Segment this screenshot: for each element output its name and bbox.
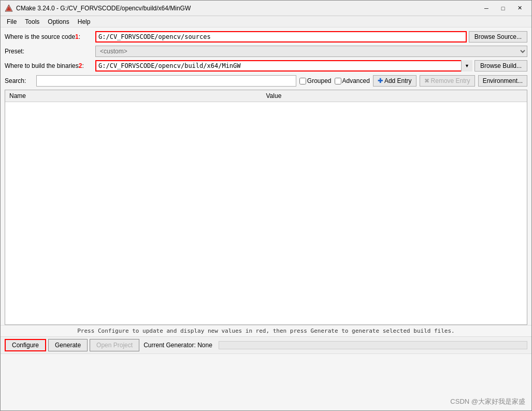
- entries-table: Name Value: [5, 90, 527, 325]
- build-input-wrapper: ▼: [95, 60, 472, 72]
- open-project-button[interactable]: Open Project: [90, 339, 139, 351]
- configure-button[interactable]: Configure: [5, 339, 46, 351]
- advanced-checkbox[interactable]: [335, 78, 341, 84]
- preset-select[interactable]: <custom>: [95, 46, 527, 57]
- app-icon: [5, 4, 13, 12]
- add-entry-icon: ✚: [378, 77, 383, 84]
- remove-entry-label: Remove Entry: [431, 77, 470, 84]
- title-bar-left: CMake 3.24.0 - G:/CV_FORVSCODE/opencv/bu…: [5, 4, 191, 12]
- browse-source-button[interactable]: Browse Source...: [469, 31, 527, 42]
- table-body: [5, 102, 527, 299]
- menu-tools[interactable]: Tools: [21, 17, 44, 26]
- source-input[interactable]: [95, 31, 467, 42]
- menu-bar: File Tools Options Help: [1, 16, 531, 27]
- app-window: CMake 3.24.0 - G:/CV_FORVSCODE/opencv/bu…: [0, 0, 532, 411]
- watermark: CSDN @大家好我是家盛: [450, 397, 525, 406]
- add-entry-label: Add Entry: [384, 77, 412, 84]
- source-row: Where is the source code1: Browse Source…: [5, 31, 527, 43]
- search-label: Search:: [5, 77, 33, 84]
- search-row: Search: Grouped Advanced ✚ Add Entry ✖ R…: [5, 74, 527, 88]
- close-button[interactable]: ✕: [512, 3, 527, 13]
- preset-row: Preset: <custom>: [5, 45, 527, 58]
- menu-file[interactable]: File: [3, 17, 21, 26]
- title-bar: CMake 3.24.0 - G:/CV_FORVSCODE/opencv/bu…: [1, 1, 531, 16]
- grouped-checkbox[interactable]: [299, 78, 306, 84]
- status-message: Press Configure to update and display ne…: [77, 328, 454, 334]
- status-bar: Press Configure to update and display ne…: [1, 325, 531, 336]
- content-area: Where is the source code1: Browse Source…: [1, 27, 531, 325]
- generator-text: Current Generator: None: [143, 342, 212, 349]
- grouped-checkbox-label[interactable]: Grouped: [299, 77, 332, 84]
- bottom-toolbar: Configure Generate Open Project Current …: [1, 336, 531, 353]
- browse-build-button[interactable]: Browse Build...: [475, 60, 527, 72]
- menu-help[interactable]: Help: [74, 17, 95, 26]
- build-input[interactable]: [95, 60, 472, 72]
- maximize-button[interactable]: □: [495, 3, 511, 13]
- menu-options[interactable]: Options: [44, 17, 73, 26]
- build-row: Where to build the binaries2: ▼ Browse B…: [5, 60, 527, 72]
- add-entry-button[interactable]: ✚ Add Entry: [373, 75, 416, 87]
- grouped-label: Grouped: [307, 77, 332, 84]
- value-column-header: Value: [266, 92, 523, 100]
- step2-marker: 2: [79, 62, 82, 69]
- progress-area: [219, 341, 527, 349]
- name-column-header: Name: [9, 92, 266, 100]
- table-header: Name Value: [5, 90, 527, 102]
- source-label: Where is the source code1:: [5, 33, 95, 40]
- preset-label: Preset:: [5, 48, 95, 55]
- remove-entry-icon: ✖: [424, 77, 429, 84]
- build-label: Where to build the binaries2:: [5, 62, 95, 69]
- generate-button[interactable]: Generate: [48, 339, 88, 351]
- progress-bar: [219, 341, 527, 349]
- title-bar-controls: ─ □ ✕: [479, 3, 527, 13]
- environment-button[interactable]: Environment...: [478, 75, 527, 87]
- title-text: CMake 3.24.0 - G:/CV_FORVSCODE/opencv/bu…: [16, 5, 191, 12]
- remove-entry-button[interactable]: ✖ Remove Entry: [420, 75, 475, 87]
- step1-marker: 1: [75, 33, 79, 40]
- minimize-button[interactable]: ─: [479, 3, 494, 13]
- build-dropdown-button[interactable]: ▼: [461, 60, 472, 72]
- advanced-checkbox-label[interactable]: Advanced: [335, 77, 370, 84]
- search-input[interactable]: [36, 75, 296, 87]
- advanced-label: Advanced: [342, 77, 370, 84]
